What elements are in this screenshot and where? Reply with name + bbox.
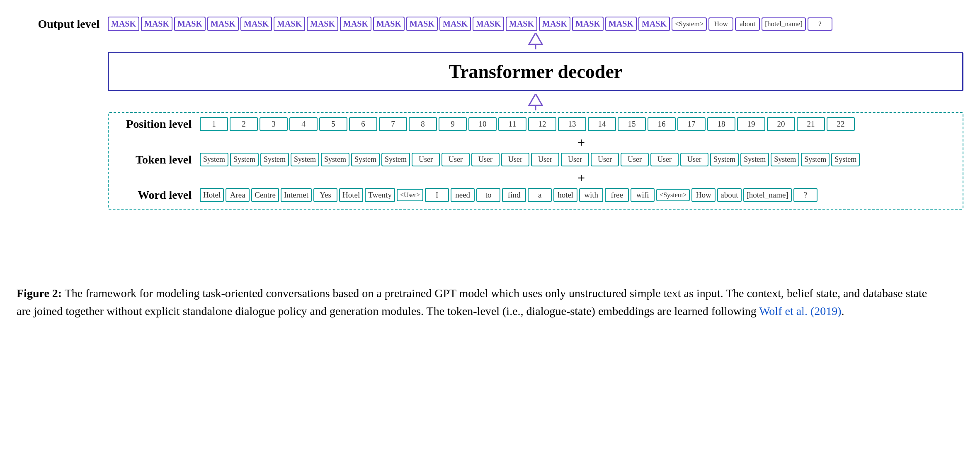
output-token-19: about xyxy=(735,17,760,31)
word-level-token-12: a xyxy=(528,188,552,202)
word-level-token-19: about xyxy=(717,188,741,202)
token-level-token-3: System xyxy=(291,153,319,166)
token-level-token-11: User xyxy=(531,153,559,166)
caption-link: Wolf et al. (2019) xyxy=(759,305,841,317)
output-token-21: ? xyxy=(808,17,832,31)
token-level-token-18: System xyxy=(740,153,769,166)
figure-caption: Figure 2: The framework for modeling tas… xyxy=(17,284,929,320)
position-token-4: 5 xyxy=(319,117,347,131)
position-token-11: 12 xyxy=(528,117,556,131)
output-token-4: MASK xyxy=(240,17,272,31)
output-tokens-row: MASKMASKMASKMASKMASKMASKMASKMASKMASKMASK… xyxy=(108,17,832,31)
position-token-0: 1 xyxy=(200,117,228,131)
output-token-20: [hotel_name] xyxy=(762,17,806,31)
word-level-token-8: I xyxy=(425,188,449,202)
word-level-token-10: to xyxy=(476,188,500,202)
token-level-token-13: User xyxy=(591,153,619,166)
word-level-token-18: How xyxy=(691,188,716,202)
token-level-token-6: System xyxy=(381,153,410,166)
word-level-token-6: Twenty xyxy=(365,188,395,202)
word-level-token-3: Internet xyxy=(281,188,312,202)
token-level-token-1: System xyxy=(230,153,259,166)
position-level-label: Position level xyxy=(109,117,200,131)
token-level-token-7: User xyxy=(412,153,440,166)
output-token-5: MASK xyxy=(274,17,305,31)
token-level-token-15: User xyxy=(650,153,679,166)
position-token-6: 7 xyxy=(379,117,407,131)
position-token-19: 20 xyxy=(767,117,795,131)
position-token-13: 14 xyxy=(588,117,616,131)
svg-marker-2 xyxy=(529,94,542,105)
position-token-8: 9 xyxy=(439,117,467,131)
position-token-17: 18 xyxy=(707,117,735,131)
token-level-token-9: User xyxy=(471,153,500,166)
word-level-token-16: wifi xyxy=(631,188,655,202)
token-level-token-8: User xyxy=(441,153,470,166)
word-level-tokens-row: HotelAreaCentreInternetYesHotelTwenty<Us… xyxy=(200,188,817,202)
token-level-token-12: User xyxy=(561,153,589,166)
output-token-7: MASK xyxy=(340,17,371,31)
output-token-8: MASK xyxy=(373,17,405,31)
svg-marker-0 xyxy=(529,33,542,44)
caption-figure-number: Figure 2: xyxy=(17,287,62,300)
token-level-row: Token level SystemSystemSystemSystemSyst… xyxy=(17,153,958,166)
token-level-token-2: System xyxy=(260,153,289,166)
output-level-label: Output level xyxy=(17,17,108,31)
position-token-3: 4 xyxy=(289,117,318,131)
word-level-label: Word level xyxy=(109,188,200,202)
output-token-11: MASK xyxy=(473,17,504,31)
position-token-15: 16 xyxy=(648,117,676,131)
word-level-token-21: ? xyxy=(793,188,817,202)
output-token-6: MASK xyxy=(307,17,338,31)
output-token-14: MASK xyxy=(572,17,604,31)
plus-position-token: + xyxy=(200,136,958,149)
position-token-9: 10 xyxy=(468,117,497,131)
diagram: Output level MASKMASKMASKMASKMASKMASKMAS… xyxy=(17,12,963,272)
output-token-16: MASK xyxy=(638,17,670,31)
position-token-7: 8 xyxy=(409,117,437,131)
token-level-token-20: System xyxy=(801,153,830,166)
token-level-token-16: User xyxy=(680,153,708,166)
word-level-token-11: find xyxy=(502,188,526,202)
transformer-label: Transformer decoder xyxy=(449,61,623,82)
output-token-9: MASK xyxy=(406,17,438,31)
token-level-token-14: User xyxy=(621,153,649,166)
word-level-token-17: <System> xyxy=(656,189,690,201)
position-token-18: 19 xyxy=(737,117,765,131)
output-token-0: MASK xyxy=(108,17,139,31)
position-tokens-row: 12345678910111213141516171819202122 xyxy=(200,117,855,131)
output-token-2: MASK xyxy=(174,17,206,31)
word-level-token-9: need xyxy=(451,188,475,202)
token-level-token-10: User xyxy=(501,153,529,166)
position-token-21: 22 xyxy=(827,117,855,131)
arrow-output-to-transformer xyxy=(108,33,963,49)
position-token-16: 17 xyxy=(677,117,706,131)
token-level-token-19: System xyxy=(771,153,799,166)
token-level-token-17: System xyxy=(710,153,739,166)
word-level-token-5: Hotel xyxy=(339,188,363,202)
word-level-row: Word level HotelAreaCentreInternetYesHot… xyxy=(17,188,958,202)
position-token-20: 21 xyxy=(797,117,825,131)
position-token-5: 6 xyxy=(349,117,377,131)
word-level-token-2: Centre xyxy=(251,188,279,202)
output-token-10: MASK xyxy=(439,17,471,31)
output-token-17: <System> xyxy=(672,17,707,31)
word-level-token-14: with xyxy=(579,188,603,202)
position-token-1: 2 xyxy=(230,117,258,131)
token-level-token-21: System xyxy=(831,153,860,166)
arrow-transformer-to-position xyxy=(108,94,963,110)
output-level-row: Output level MASKMASKMASKMASKMASKMASKMAS… xyxy=(17,17,963,31)
token-level-token-5: System xyxy=(351,153,380,166)
output-token-1: MASK xyxy=(141,17,172,31)
token-level-label: Token level xyxy=(109,153,200,166)
word-level-token-15: free xyxy=(605,188,629,202)
word-level-token-0: Hotel xyxy=(200,188,224,202)
position-token-10: 11 xyxy=(498,117,526,131)
output-token-12: MASK xyxy=(506,17,537,31)
position-token-2: 3 xyxy=(260,117,288,131)
caption-text-end: . xyxy=(842,305,844,317)
position-token-14: 15 xyxy=(618,117,646,131)
transformer-decoder-box: Transformer decoder xyxy=(108,52,963,91)
word-level-token-1: Area xyxy=(226,188,250,202)
word-level-token-7: <User> xyxy=(397,189,423,201)
